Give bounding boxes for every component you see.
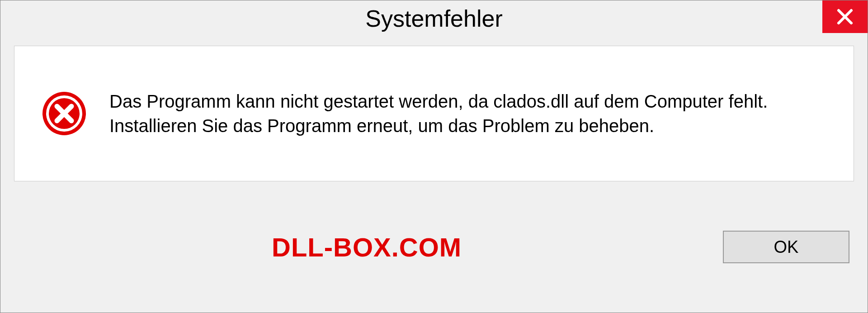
ok-button[interactable]: OK [723, 231, 849, 263]
watermark-text: DLL-BOX.COM [272, 232, 462, 262]
dialog-title: Systemfehler [365, 5, 502, 32]
message-panel: Das Programm kann nicht gestartet werden… [14, 46, 854, 181]
titlebar: Systemfehler [0, 0, 868, 37]
dialog-footer: DLL-BOX.COM OK [0, 181, 868, 313]
error-message: Das Programm kann nicht gestartet werden… [109, 89, 826, 138]
error-icon [42, 91, 87, 136]
system-error-dialog: Systemfehler Das Programm kann nicht ges… [0, 0, 868, 313]
close-button[interactable] [822, 0, 868, 33]
close-icon [836, 8, 854, 26]
